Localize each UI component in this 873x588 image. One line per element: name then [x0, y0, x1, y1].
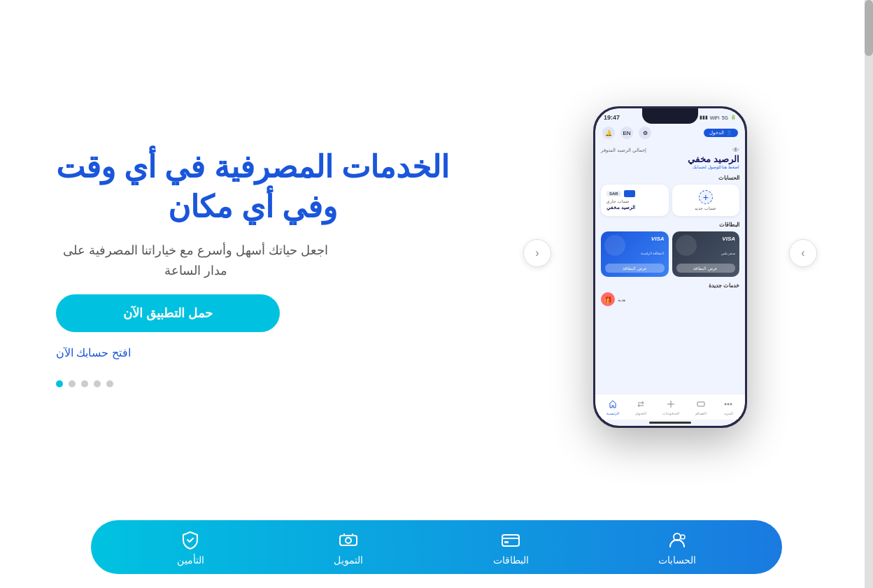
notification-icon-btn[interactable]: 🔔 — [602, 127, 615, 139]
open-account-link[interactable]: افتح حسابك الآن — [56, 346, 131, 359]
language-icon-btn[interactable]: EN — [620, 127, 633, 139]
network-badge: 5G — [722, 115, 728, 120]
gift-icon: 🎁 — [601, 292, 615, 306]
phone-tab-more[interactable]: المزيد — [723, 399, 734, 415]
carousel-dot-2[interactable] — [94, 380, 101, 387]
svg-rect-7 — [504, 541, 509, 543]
account-card-icon — [624, 190, 635, 197]
main-account-card[interactable]: SAR حساب جاري الرصيد مخفي — [601, 185, 669, 216]
carousel-dot-4[interactable] — [69, 380, 76, 387]
card2-view-button[interactable]: عرض البطاقة — [676, 264, 736, 273]
more-tab-icon — [723, 399, 734, 410]
add-account-label: حساب جديد — [695, 206, 716, 210]
phone-tab-home[interactable]: الرئيسية — [606, 399, 619, 415]
balance-hidden-text: الرصيد مخفي — [601, 154, 739, 164]
phone-notch — [642, 108, 698, 124]
phone-home-indicator — [649, 422, 691, 424]
hero-title-line1: الخدمات المصرفية في أي وقت — [56, 150, 449, 184]
cards-row: VISA سفر بلس عرض البطاقة VISA البطاقة ال… — [601, 231, 739, 277]
hero-title: الخدمات المصرفية في أي وقت وفي أي مكان — [56, 147, 449, 227]
hide-balance-icon[interactable]: 👁 — [732, 146, 739, 154]
balance-access-link[interactable]: اضغط هنا للوصول لحسابك — [601, 164, 739, 169]
phone-mockup-area: 19:47 ▮▮▮ WiFi 5G 🔋 👤 الدخول — [593, 106, 747, 428]
phone-tab-payments[interactable]: المدفوعات — [662, 399, 679, 415]
account-type-label: حساب جاري — [606, 199, 630, 203]
carousel-dot-1[interactable] — [106, 380, 113, 387]
accounts-row: + حساب جديد SAR حساب جاري الرصيد مخفي — [601, 185, 739, 216]
hero-title-line2: وفي أي مكان — [168, 189, 337, 224]
carousel-prev-button[interactable]: › — [789, 239, 817, 267]
insurance-icon — [179, 529, 201, 551]
chevron-right-icon: ‹ — [535, 247, 539, 259]
svg-rect-3 — [697, 402, 704, 406]
services-gift-label: هدية — [618, 297, 625, 302]
add-account-card[interactable]: + حساب جديد — [672, 185, 740, 216]
services-section-title: خدمات جديدة — [601, 282, 739, 289]
phone-top-nav: 👤 الدخول ⚙ EN 🔔 — [595, 124, 745, 142]
cards-section-title: البطاقات — [601, 222, 739, 228]
accounts-section-title: الحسابات — [601, 175, 739, 181]
payments-tab-icon — [665, 399, 676, 410]
card-digital[interactable]: VISA البطاقة الرقمية عرض البطاقة — [601, 231, 669, 277]
phone-content: 👁 إجمالي الرصيد المتوفر الرصيد مخفي اضغط… — [595, 142, 745, 394]
phone-time: 19:47 — [604, 114, 620, 121]
signal-icon: ▮▮▮ — [700, 115, 708, 120]
scrollbar-thumb[interactable] — [865, 0, 873, 56]
wifi-icon: WiFi — [710, 115, 720, 120]
carousel-next-button[interactable]: ‹ — [523, 239, 551, 267]
finance-label: التمويل — [334, 554, 363, 566]
login-label: الدخول — [709, 130, 724, 136]
phone-screen: 19:47 ▮▮▮ WiFi 5G 🔋 👤 الدخول — [595, 108, 745, 426]
bottom-nav-cards[interactable]: البطاقات — [493, 529, 529, 566]
accounts-label: الحسابات — [658, 554, 696, 566]
phone-bottom-tabs: المزيد القسائم المدفوعات — [595, 394, 745, 420]
phone-frame: 19:47 ▮▮▮ WiFi 5G 🔋 👤 الدخول — [593, 106, 747, 428]
card-pattern-1 — [676, 235, 697, 256]
vouchers-tab-label: القسائم — [695, 411, 707, 415]
balance-section: 👁 إجمالي الرصيد المتوفر الرصيد مخفي اضغط… — [601, 146, 739, 169]
svg-point-0 — [725, 403, 727, 406]
cards-icon — [499, 529, 522, 551]
hero-content-area: الخدمات المصرفية في أي وقت وفي أي مكان ا… — [56, 147, 481, 388]
insurance-label: التأمين — [177, 554, 204, 566]
bottom-nav-insurance[interactable]: التأمين — [177, 529, 204, 566]
bottom-nav-accounts[interactable]: الحسابات — [658, 529, 696, 566]
user-icon: 👤 — [726, 130, 732, 136]
phone-nav-icons: ⚙ EN 🔔 — [602, 127, 651, 139]
balance-total-label: إجمالي الرصيد المتوفر — [601, 148, 646, 153]
chevron-left-icon: › — [801, 247, 804, 259]
settings-icon-btn[interactable]: ⚙ — [639, 127, 651, 139]
accounts-icon — [666, 529, 688, 551]
battery-icon: 🔋 — [730, 115, 737, 120]
card-travel[interactable]: VISA سفر بلس عرض البطاقة — [672, 231, 740, 277]
bottom-nav-bar: الحسابات البطاقات التمويل — [91, 520, 782, 574]
carousel-dot-3[interactable] — [81, 380, 88, 387]
transfer-tab-icon — [635, 399, 646, 410]
carousel-dots — [56, 380, 113, 387]
phone-status-icons: ▮▮▮ WiFi 5G 🔋 — [700, 115, 737, 120]
more-tab-label: المزيد — [724, 411, 733, 415]
carousel-dot-5[interactable] — [56, 380, 63, 387]
finance-icon — [337, 529, 360, 551]
cta-download-button[interactable]: حمل التطبيق الآن — [56, 294, 280, 332]
cards-label: البطاقات — [493, 554, 529, 566]
card1-view-button[interactable]: عرض البطاقة — [605, 264, 665, 273]
card-pattern-2 — [604, 235, 625, 256]
bottom-nav-finance[interactable]: التمويل — [334, 529, 363, 566]
sar-badge: SAR — [606, 191, 621, 196]
svg-point-2 — [730, 403, 732, 406]
vouchers-tab-icon — [695, 399, 707, 410]
transfer-tab-label: التحويل — [635, 411, 646, 415]
home-tab-icon — [607, 399, 618, 410]
account-name-label: الرصيد مخفي — [606, 205, 635, 210]
phone-tab-transfer[interactable]: التحويل — [635, 399, 646, 415]
page-wrapper: › 19:47 ▮▮▮ WiFi 5G 🔋 — [0, 0, 873, 588]
payments-tab-label: المدفوعات — [662, 411, 679, 415]
svg-point-1 — [728, 403, 730, 406]
phone-tab-vouchers[interactable]: القسائم — [695, 399, 707, 415]
scrollbar[interactable] — [865, 0, 873, 588]
phone-login-button[interactable]: 👤 الدخول — [704, 129, 738, 137]
svg-point-9 — [346, 538, 351, 543]
add-circle-icon: + — [699, 190, 713, 204]
hero-subtitle: اجعل حياتك أسهل وأسرع مع خياراتنا المصرف… — [56, 241, 336, 281]
